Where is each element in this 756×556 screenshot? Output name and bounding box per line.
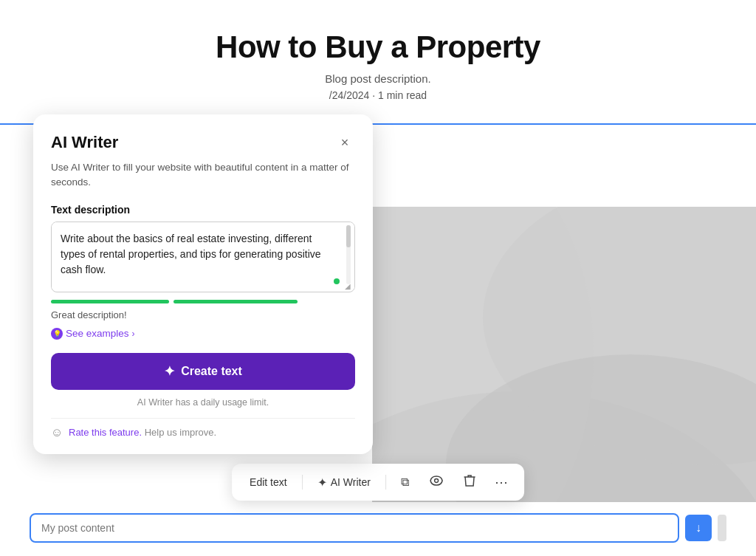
textarea-wrapper: Write about the basics of real estate in… <box>51 222 355 292</box>
copy-icon: ⧉ <box>401 476 409 489</box>
quality-dot <box>334 278 340 284</box>
download-icon: ↓ <box>695 521 701 535</box>
edit-text-button[interactable]: Edit text <box>244 473 293 491</box>
ai-writer-toolbar-label: AI Writer <box>331 476 371 488</box>
chevron-right-icon: › <box>132 329 135 339</box>
input-resize-handle[interactable] <box>718 515 726 541</box>
eye-icon <box>430 476 443 489</box>
ai-writer-panel: AI Writer × Use AI Writer to fill your w… <box>33 114 373 454</box>
delete-button[interactable] <box>458 471 481 493</box>
blog-description: Blog post description. <box>0 72 756 85</box>
more-options-button[interactable]: ⋯ <box>490 471 512 493</box>
field-label: Text description <box>51 204 355 216</box>
create-text-button[interactable]: ✦ Create text <box>51 353 355 390</box>
scrollbar[interactable] <box>344 225 353 284</box>
rate-suffix: Help us improve. <box>145 427 217 438</box>
post-content-input[interactable] <box>30 513 679 543</box>
rate-feature-section: ☺ Rate this feature. Help us improve. <box>51 418 355 439</box>
see-examples-text: See examples <box>66 328 129 339</box>
create-btn-label: Create text <box>181 365 242 378</box>
preview-button[interactable] <box>424 473 449 492</box>
blog-meta: /24/2024 · 1 min read <box>0 89 756 101</box>
bulb-icon: 💡 <box>51 328 63 340</box>
smiley-icon: ☺ <box>51 426 64 439</box>
rate-link[interactable]: Rate this feature. <box>69 427 142 438</box>
panel-subtitle: Use AI Writer to fill your website with … <box>51 160 355 191</box>
rate-text: Rate this feature. Help us improve. <box>69 427 216 438</box>
edit-text-label: Edit text <box>250 476 287 488</box>
quality-label: Great description! <box>51 309 355 320</box>
scroll-track <box>346 225 351 284</box>
progress-bar-2 <box>173 300 298 303</box>
main-content: How to Buy a Property Blog post descript… <box>0 0 756 556</box>
ai-star-icon: ✦ <box>317 476 327 490</box>
scroll-thumb <box>346 225 351 247</box>
progress-container <box>51 300 355 303</box>
toolbar-divider-2 <box>385 475 386 490</box>
download-button[interactable]: ↓ <box>685 515 712 541</box>
progress-bar-1 <box>51 300 169 303</box>
copy-button[interactable]: ⧉ <box>395 473 415 492</box>
sparkle-icon: ✦ <box>164 363 175 380</box>
resize-handle[interactable]: ◢ <box>345 282 352 289</box>
panel-header: AI Writer × <box>51 132 355 153</box>
trash-icon <box>464 474 475 490</box>
usage-limit: AI Writer has a daily usage limit. <box>51 397 355 408</box>
close-button[interactable]: × <box>334 132 355 153</box>
see-examples-link[interactable]: 💡 See examples › <box>51 328 355 340</box>
hero-image <box>372 207 756 502</box>
panel-title: AI Writer <box>51 133 118 152</box>
ai-writer-toolbar-button[interactable]: ✦ AI Writer <box>312 473 377 492</box>
bottom-input-bar: ↓ <box>30 513 726 543</box>
text-description-input[interactable]: Write about the basics of real estate in… <box>52 222 354 289</box>
page-title-area: How to Buy a Property Blog post descript… <box>0 0 756 110</box>
toolbar-divider-1 <box>302 475 303 490</box>
svg-point-5 <box>434 479 438 483</box>
page-title: How to Buy a Property <box>0 30 756 65</box>
bottom-toolbar: Edit text ✦ AI Writer ⧉ ⋯ <box>232 464 524 501</box>
